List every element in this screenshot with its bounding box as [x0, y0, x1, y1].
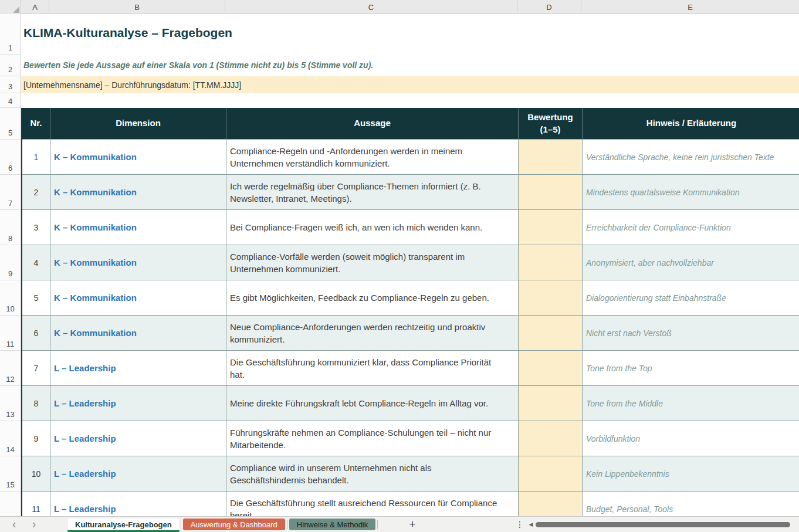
row-header[interactable]: 7 — [0, 175, 21, 210]
row-header[interactable]: 15 — [0, 456, 21, 492]
dimension-cell[interactable]: K – Kommunikation — [50, 140, 226, 175]
hint-cell[interactable]: Nicht erst nach Verstoß — [583, 316, 799, 351]
header-nr[interactable]: Nr. — [22, 108, 50, 140]
nr-cell[interactable]: 9 — [22, 421, 50, 456]
hint-cell[interactable]: Vorbildfunktion — [583, 421, 799, 456]
rating-cell[interactable] — [519, 421, 583, 456]
nr-cell[interactable]: 10 — [22, 456, 50, 492]
hint-cell[interactable]: Dialogorientierung statt Einbahnstraße — [583, 280, 799, 316]
dimension-cell[interactable]: K – Kommunikation — [50, 280, 226, 316]
prev-sheet-button[interactable]: ‹ — [8, 517, 20, 532]
dimension-cell[interactable]: L – Leadership — [50, 421, 226, 456]
hint-cell[interactable]: Tone from the Middle — [583, 386, 799, 421]
hint-cell[interactable]: Kein Lippenbekenntnis — [583, 456, 799, 492]
row-header[interactable]: 14 — [0, 421, 21, 456]
column-header-c[interactable]: C — [225, 0, 517, 14]
column-header-e[interactable]: E — [581, 0, 799, 14]
tab-kulturanalyse-fragebogen[interactable]: Kulturanalyse-Fragebogen — [67, 519, 180, 532]
company-date-cell[interactable]: [Unternehmensname] – Durchführungsdatum:… — [21, 76, 799, 93]
select-all-corner[interactable] — [0, 0, 21, 14]
sheet-title[interactable]: KLIMA-Kulturanalyse – Fragebogen — [23, 26, 232, 40]
dimension-cell[interactable]: K – Kommunikation — [50, 245, 226, 280]
header-dimension[interactable]: Dimension — [50, 108, 226, 140]
statement-cell[interactable]: Ich werde regelmäßig über Compliance-The… — [226, 175, 519, 210]
header-aussage[interactable]: Aussage — [226, 108, 519, 140]
dimension-cell[interactable]: L – Leadership — [50, 386, 226, 421]
tab-separator — [287, 520, 287, 529]
statement-cell[interactable]: Compliance-Vorfälle werden (soweit mögli… — [226, 245, 519, 280]
add-sheet-button[interactable]: + — [406, 517, 419, 532]
column-header-a[interactable]: A — [21, 0, 49, 14]
column-header-strip: A B C D E — [0, 0, 799, 14]
row-header[interactable]: 10 — [0, 280, 21, 316]
statement-cell[interactable]: Compliance-Regeln und -Anforderungen wer… — [226, 140, 519, 175]
dimension-cell[interactable]: K – Kommunikation — [50, 316, 226, 351]
nr-cell[interactable]: 1 — [22, 140, 50, 175]
row-header[interactable]: 13 — [0, 386, 21, 421]
dimension-cell[interactable]: L – Leadership — [50, 456, 226, 492]
hint-cell[interactable]: Erreichbarkeit der Compliance-Funktion — [583, 210, 799, 245]
spreadsheet-window: A B C D E 1 2 3 4 5 6 7 8 9 10 11 12 13 … — [0, 0, 799, 532]
hint-cell[interactable]: Anonymisiert, aber nachvollziehbar — [583, 245, 799, 280]
dimension-cell[interactable]: K – Kommunikation — [50, 175, 226, 210]
rating-instruction[interactable]: Bewerten Sie jede Aussage auf einer Skal… — [23, 60, 373, 70]
nr-cell[interactable]: 8 — [22, 386, 50, 421]
sheet-tabs: Kulturanalyse-Fragebogen Auswertung & Da… — [66, 517, 378, 532]
row-header-gutter: 1 2 3 4 5 6 7 8 9 10 11 12 13 14 15 16 — [0, 14, 21, 527]
rating-cell[interactable] — [519, 316, 583, 351]
statement-cell[interactable]: Führungskräfte nehmen an Compliance-Schu… — [226, 421, 519, 456]
nr-cell[interactable]: 3 — [22, 210, 50, 245]
dimension-cell[interactable]: K – Kommunikation — [50, 210, 226, 245]
nr-cell[interactable]: 2 — [22, 175, 50, 210]
nr-cell[interactable]: 5 — [22, 280, 50, 316]
row-header[interactable]: 5 — [0, 108, 21, 140]
sheet-tab-bar: ‹ › Kulturanalyse-Fragebogen Auswertung … — [0, 516, 799, 532]
row-header[interactable]: 1 — [0, 14, 21, 55]
header-bewertung[interactable]: Bewertung (1–5) — [519, 108, 583, 140]
row-header[interactable]: 9 — [0, 245, 21, 280]
rating-cell[interactable] — [519, 456, 583, 492]
row-header[interactable]: 12 — [0, 351, 21, 386]
statement-cell[interactable]: Meine direkte Führungskraft lebt Complia… — [226, 386, 519, 421]
row-header[interactable]: 6 — [0, 140, 21, 175]
row-header[interactable]: 8 — [0, 210, 21, 245]
statement-cell[interactable]: Neue Compliance-Anforderungen werden rec… — [226, 316, 519, 351]
horizontal-scrollbar-thumb[interactable] — [536, 522, 790, 527]
header-hinweis[interactable]: Hinweis / Erläuterung — [583, 108, 799, 140]
nr-cell[interactable]: 7 — [22, 351, 50, 386]
statement-cell[interactable]: Es gibt Möglichkeiten, Feedback zu Compl… — [226, 280, 519, 316]
rating-cell[interactable] — [519, 386, 583, 421]
header-bewertung-line1: Bewertung — [527, 111, 573, 123]
dimension-cell[interactable]: L – Leadership — [50, 351, 226, 386]
rating-cell[interactable] — [519, 280, 583, 316]
header-bewertung-line2: (1–5) — [540, 124, 560, 135]
hint-cell[interactable]: Tone from the Top — [583, 351, 799, 386]
company-date-text: [Unternehmensname] – Durchführungsdatum:… — [23, 80, 241, 90]
tab-hinweise-methodik[interactable]: Hinweise & Methodik — [289, 519, 375, 530]
column-header-d[interactable]: D — [517, 0, 581, 14]
row-header[interactable]: 4 — [0, 93, 21, 108]
row-header[interactable]: 3 — [0, 76, 21, 93]
row-header[interactable]: 11 — [0, 316, 21, 351]
rating-cell[interactable] — [519, 140, 583, 175]
tab-auswertung-dashboard[interactable]: Auswertung & Dashboard — [183, 519, 285, 530]
next-sheet-button[interactable]: › — [28, 517, 40, 532]
nr-cell[interactable]: 4 — [22, 245, 50, 280]
hint-cell[interactable]: Verständliche Sprache, keine rein jurist… — [583, 140, 799, 175]
rating-cell[interactable] — [519, 351, 583, 386]
row-header[interactable]: 2 — [0, 55, 21, 76]
scroll-left-arrow-icon[interactable]: ◀ — [527, 517, 535, 532]
rating-cell[interactable] — [519, 210, 583, 245]
more-options-icon[interactable]: ⋮ — [515, 517, 524, 532]
statement-cell[interactable]: Compliance wird in unserem Unternehmen n… — [226, 456, 519, 492]
nr-cell[interactable]: 6 — [22, 316, 50, 351]
tab-separator — [377, 520, 378, 529]
column-header-b[interactable]: B — [49, 0, 225, 14]
questionnaire-table: Nr. Dimension Aussage Bewertung (1–5) Hi… — [21, 108, 799, 527]
hint-cell[interactable]: Mindestens quartalsweise Kommunikation — [583, 175, 799, 210]
statement-cell[interactable]: Die Geschäftsführung kommuniziert klar, … — [226, 351, 519, 386]
rating-cell[interactable] — [519, 175, 583, 210]
statement-cell[interactable]: Bei Compliance-Fragen weiß ich, an wen i… — [226, 210, 519, 245]
rating-cell[interactable] — [519, 245, 583, 280]
